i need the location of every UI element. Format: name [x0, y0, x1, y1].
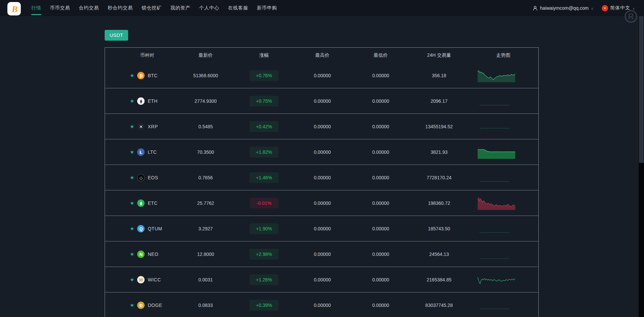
low-price: 0.00000 [352, 226, 410, 231]
change-badge: +2.98% [250, 249, 278, 260]
volume-24h: 24564.13 [410, 252, 468, 257]
favorite-star-icon[interactable]: ★ [130, 175, 134, 181]
column-header-change: 涨幅 [235, 52, 293, 58]
coin-symbol: EOS [148, 175, 158, 180]
high-price: 0.00000 [293, 98, 352, 104]
nav-item-7[interactable]: 个人中心 [195, 0, 224, 16]
scrollbar-thumb[interactable] [639, 16, 644, 163]
page-scrollbar[interactable] [639, 16, 644, 317]
registered-watermark-icon: R [625, 10, 637, 23]
trend-sparkline [476, 170, 517, 185]
table-row[interactable]: ★ ◇ EOS 0.7656 +1.46% 0.00000 0.00000 77… [105, 165, 538, 190]
favorite-star-icon[interactable]: ★ [130, 98, 134, 104]
low-price: 0.00000 [352, 73, 410, 78]
high-price: 0.00000 [293, 175, 352, 180]
table-row[interactable]: ★ ⧫ ETH 2774.9300 +0.75% 0.00000 0.00000… [105, 88, 538, 114]
change-badge: +1.26% [250, 274, 278, 285]
nav-item-3[interactable]: 合约交易 [74, 0, 103, 16]
table-row[interactable]: ★ ₿ BTC 51368.6000 +0.76% 0.00000 0.0000… [105, 63, 538, 88]
market-page: USDT 币种对 最新价 涨幅 最高价 最低价 24H 交易量 走势图 ★ ₿ … [105, 30, 539, 317]
main-nav: 行情币币交易合约交易秒合约交易锁仓挖矿我的资产个人中心在线客服新币申购 [27, 0, 281, 16]
volume-24h: 3821.93 [410, 149, 468, 155]
coin-icon: ◇ [137, 174, 145, 181]
nav-item-1[interactable]: 行情 [27, 0, 46, 16]
change-badge: +1.82% [250, 147, 278, 157]
coin-icon: ⧫ [137, 97, 145, 105]
trend-sparkline [476, 272, 517, 287]
volume-24h: 83037745.28 [410, 303, 468, 308]
coin-icon: Ł [137, 148, 145, 156]
latest-price: 0.7656 [176, 175, 235, 180]
nav-item-2[interactable]: 币币交易 [46, 0, 74, 16]
nav-item-8[interactable]: 在线客服 [224, 0, 253, 16]
volume-24h: 356.18 [410, 73, 468, 78]
nav-item-6[interactable]: 我的资产 [166, 0, 195, 16]
coin-symbol: DOGE [148, 303, 162, 308]
latest-price: 12.8000 [176, 252, 235, 257]
language-chevron-icon[interactable]: ‹ [633, 5, 635, 11]
account-chevron-icon[interactable]: ‹ [591, 5, 593, 11]
favorite-star-icon[interactable]: ★ [130, 149, 134, 155]
coin-icon: N [137, 251, 145, 258]
table-header-row: 币种对 最新价 涨幅 最高价 最低价 24H 交易量 走势图 [105, 48, 538, 63]
brand-logo-icon[interactable]: B [7, 2, 21, 15]
coin-icon: ✕ [137, 123, 145, 130]
low-price: 0.00000 [352, 175, 410, 180]
table-row[interactable]: ★ Ł LTC 70.3500 +1.82% 0.00000 0.00000 3… [105, 139, 538, 165]
coin-symbol: QTUM [148, 226, 162, 231]
change-badge: +0.75% [250, 96, 278, 106]
trend-sparkline [476, 145, 517, 160]
account-email[interactable]: haiwaiymcom@qq.com [540, 5, 589, 11]
table-row[interactable]: ★ N NEO 12.8000 +2.98% 0.00000 0.00000 2… [105, 241, 538, 267]
change-badge: +0.39% [250, 300, 278, 311]
table-row[interactable]: ★ Đ DOGE 0.0833 +0.39% 0.00000 0.00000 8… [105, 292, 538, 317]
latest-price: 0.5485 [176, 124, 235, 129]
latest-price: 51368.6000 [176, 73, 235, 78]
coin-symbol: LTC [148, 149, 157, 155]
latest-price: 0.0833 [176, 303, 235, 308]
china-flag-icon: ★ [602, 5, 608, 11]
language-label[interactable]: 简体中文 [610, 5, 630, 11]
high-price: 0.00000 [293, 200, 352, 206]
volume-24h: 2165384.85 [410, 277, 468, 282]
table-row[interactable]: ★ Q QTUM 3.2927 +1.90% 0.00000 0.00000 1… [105, 216, 538, 241]
coin-icon: W [137, 276, 145, 283]
account-menu[interactable]: haiwaiymcom@qq.com ‹ [532, 5, 593, 11]
table-row[interactable]: ★ ✕ XRP 0.5485 +0.42% 0.00000 0.00000 13… [105, 114, 538, 139]
nav-item-5[interactable]: 锁仓挖矿 [137, 0, 166, 16]
low-price: 0.00000 [352, 200, 410, 206]
coin-symbol: NEO [148, 252, 158, 257]
favorite-star-icon[interactable]: ★ [130, 226, 134, 232]
change-badge: -0.01% [250, 198, 278, 209]
column-header-high: 最高价 [293, 52, 352, 58]
favorite-star-icon[interactable]: ★ [130, 302, 134, 308]
favorite-star-icon[interactable]: ★ [130, 200, 134, 206]
table-row[interactable]: ★ ⧫ ETC 25.7762 -0.01% 0.00000 0.00000 1… [105, 190, 538, 216]
favorite-star-icon[interactable]: ★ [130, 277, 134, 283]
latest-price: 70.3500 [176, 149, 235, 155]
high-price: 0.00000 [293, 252, 352, 257]
high-price: 0.00000 [293, 149, 352, 155]
favorite-star-icon[interactable]: ★ [130, 124, 134, 130]
market-table: 币种对 最新价 涨幅 最高价 最低价 24H 交易量 走势图 ★ ₿ BTC 5… [105, 47, 539, 317]
volume-24h: 7728170.24 [410, 175, 468, 180]
high-price: 0.00000 [293, 277, 352, 282]
coin-symbol: ETC [148, 200, 158, 206]
nav-item-4[interactable]: 秒合约交易 [103, 0, 137, 16]
latest-price: 2774.9300 [176, 98, 235, 104]
high-price: 0.00000 [293, 73, 352, 78]
change-badge: +0.42% [250, 121, 278, 132]
low-price: 0.00000 [352, 98, 410, 104]
tab-usdt[interactable]: USDT [105, 30, 128, 41]
volume-24h: 185743.50 [410, 226, 468, 231]
coin-symbol: BTC [148, 73, 158, 78]
nav-item-9[interactable]: 新币申购 [253, 0, 281, 16]
favorite-star-icon[interactable]: ★ [130, 73, 134, 79]
table-row[interactable]: ★ W WICC 0.0031 +1.26% 0.00000 0.00000 2… [105, 267, 538, 292]
coin-symbol: XRP [148, 124, 158, 129]
latest-price: 25.7762 [176, 200, 235, 206]
trend-sparkline [476, 196, 517, 211]
user-icon [532, 5, 538, 11]
favorite-star-icon[interactable]: ★ [130, 251, 134, 257]
column-header-pair: 币种对 [105, 52, 176, 58]
